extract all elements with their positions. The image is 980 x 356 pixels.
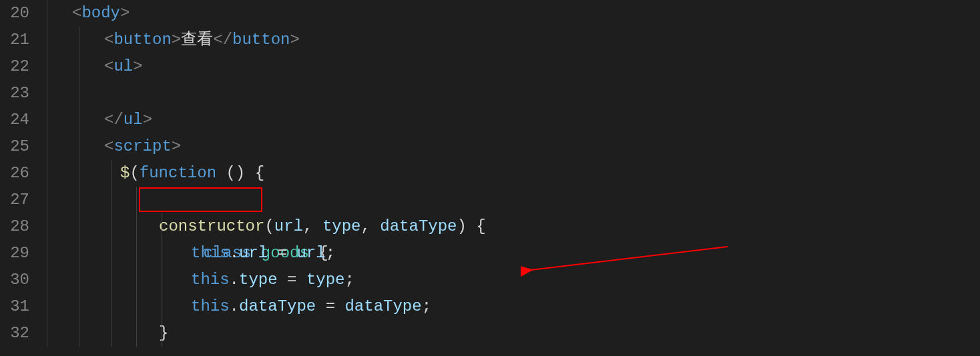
code-line[interactable]: <body> [47, 0, 980, 27]
code-line[interactable]: this.type = type; [47, 267, 980, 293]
code-line[interactable]: <ul> [47, 53, 980, 80]
line-number: 32 [0, 320, 29, 347]
line-number: 20 [0, 0, 29, 27]
code-line[interactable]: this.url = url; [47, 240, 980, 267]
code-line[interactable]: <script> [47, 133, 980, 160]
line-number: 25 [0, 133, 29, 160]
code-line[interactable]: $(function () { [47, 160, 980, 187]
code-editor[interactable]: 20 21 22 23 24 25 26 27 28 29 30 31 32 <… [0, 0, 980, 356]
line-number: 31 [0, 293, 29, 320]
line-number: 22 [0, 53, 29, 80]
line-number: 30 [0, 267, 29, 293]
annotation-highlight-box [139, 187, 262, 212]
line-number: 21 [0, 27, 29, 53]
code-line[interactable] [47, 80, 980, 107]
line-number: 23 [0, 80, 29, 107]
line-number: 29 [0, 240, 29, 267]
code-line[interactable]: } [47, 320, 980, 347]
code-line[interactable]: class goods { [47, 187, 980, 213]
line-number: 24 [0, 107, 29, 133]
line-number: 27 [0, 187, 29, 213]
code-content[interactable]: <body> <button>查看</button> <ul> </ul> <s… [47, 0, 980, 356]
code-line[interactable]: </ul> [47, 107, 980, 133]
code-line[interactable]: constructor(url, type, dataType) { [47, 213, 980, 240]
code-line[interactable]: this.dataType = dataType; [47, 293, 980, 320]
line-number-gutter: 20 21 22 23 24 25 26 27 28 29 30 31 32 [0, 0, 47, 356]
line-number: 28 [0, 213, 29, 240]
line-number: 26 [0, 160, 29, 187]
code-line[interactable]: <button>查看</button> [47, 27, 980, 53]
